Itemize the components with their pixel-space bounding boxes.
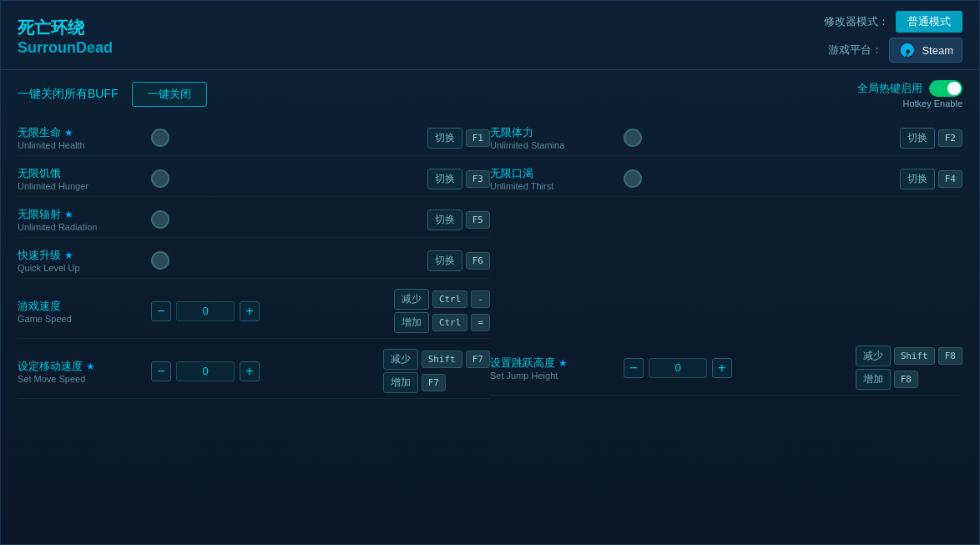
key-tag-hunger: F3 <box>466 170 490 188</box>
jump-key-increase: 增加 F8 <box>856 369 962 390</box>
right-column: 无限体力 Unlimited Stamina 切换 F2 无限口渴 Unlimi… <box>490 120 962 534</box>
feature-en-level: Quick Level Up <box>18 263 143 273</box>
platform-label: 游戏平台： <box>828 43 882 58</box>
movespeed-increase-btn[interactable]: + <box>240 361 260 381</box>
toggle-stamina[interactable] <box>624 129 642 147</box>
key-action-thirst[interactable]: 切换 <box>900 169 935 189</box>
jump-input[interactable] <box>649 358 707 378</box>
feature-unlimited-thirst: 无限口渴 Unlimited Thirst 切换 F4 <box>490 161 962 197</box>
movespeed-input[interactable] <box>176 361 235 381</box>
toggle-level[interactable] <box>151 251 169 270</box>
speed-input[interactable] <box>176 301 235 321</box>
star-icon-jump: ★ <box>558 357 568 369</box>
jump-decrease-btn[interactable]: − <box>624 358 644 378</box>
speed-eq-tag: = <box>471 314 490 331</box>
feature-zh-speed: 游戏速度 <box>18 299 143 314</box>
movespeed-key-increase: 增加 F7 <box>383 372 490 393</box>
key-tag-health: F1 <box>466 129 490 147</box>
feature-zh-jump: 设置跳跃高度 ★ <box>490 356 615 371</box>
feature-en-hunger: Unlimited Hunger <box>18 181 143 191</box>
key-tag-radiation: F5 <box>466 211 490 229</box>
feature-jump-height: 设置跳跃高度 ★ Set Jump Height − + 减少 Shift F <box>490 341 962 396</box>
key-tag-level: F6 <box>466 252 490 270</box>
main-content: 一键关闭所有BUFF 一键关闭 全局热键启用 Hotkey Enable <box>1 70 979 544</box>
jump-f8d-tag: F8 <box>938 347 962 365</box>
keybind-stamina: 切换 F2 <box>900 128 962 149</box>
feature-unlimited-stamina: 无限体力 Unlimited Stamina 切换 F2 <box>490 120 962 156</box>
movespeed-decrease-key-btn[interactable]: 减少 <box>383 349 418 370</box>
keybind-hunger: 切换 F3 <box>427 169 490 189</box>
feature-label-speed: 游戏速度 Game Speed <box>18 299 143 324</box>
jump-key-decrease: 减少 Shift F8 <box>856 346 962 366</box>
keybind-radiation: 切换 F5 <box>427 209 490 230</box>
star-icon-health: ★ <box>64 127 73 139</box>
feature-unlimited-radiation: 无限辐射 ★ Unlimited Radiation 切换 F5 <box>18 202 490 238</box>
toggle-hunger[interactable] <box>151 169 169 188</box>
speed-decrease-btn[interactable]: − <box>151 301 171 321</box>
hotkey-block: 全局热键启用 Hotkey Enable <box>857 80 962 108</box>
feature-quick-level: 快速升级 ★ Quick Level Up 切换 F6 <box>18 243 490 279</box>
feature-zh-thirst: 无限口渴 <box>490 166 615 181</box>
key-action-hunger[interactable]: 切换 <box>427 169 462 189</box>
feature-zh-radiation: 无限辐射 ★ <box>18 207 143 222</box>
key-action-radiation[interactable]: 切换 <box>427 209 462 230</box>
speed-ctrl-tag2: Ctrl <box>432 314 468 331</box>
movespeed-decrease-btn[interactable]: − <box>151 361 171 381</box>
key-action-stamina[interactable]: 切换 <box>900 128 935 149</box>
number-control-movespeed: − + <box>151 361 260 381</box>
feature-label-hunger: 无限饥饿 Unlimited Hunger <box>18 166 143 191</box>
hotkey-en: Hotkey Enable <box>902 98 962 108</box>
feature-label-thirst: 无限口渴 Unlimited Thirst <box>490 166 615 191</box>
mode-row: 修改器模式： 普通模式 <box>824 11 962 33</box>
steam-button[interactable]: Steam <box>889 38 962 63</box>
title-zh: 死亡环绕 <box>18 17 113 39</box>
speed-increase-btn[interactable]: + <box>240 301 260 321</box>
feature-en-movespeed: Set Move Speed <box>18 374 143 384</box>
one-key-label: 一键关闭所有BUFF <box>18 87 119 102</box>
keybind-level: 切换 F6 <box>427 250 490 271</box>
movespeed-increase-key-btn[interactable]: 增加 <box>383 372 418 393</box>
header-right: 修改器模式： 普通模式 游戏平台： Steam <box>824 11 962 63</box>
steam-icon <box>898 41 917 59</box>
feature-en-jump: Set Jump Height <box>490 371 615 381</box>
speed-key-decrease: 减少 Ctrl - <box>394 289 490 310</box>
feature-move-speed: 设定移动速度 ★ Set Move Speed − + 减少 Shift F7 <box>18 344 490 399</box>
jump-increase-key-btn[interactable]: 增加 <box>856 369 891 390</box>
jump-shift-tag: Shift <box>894 347 935 365</box>
feature-en-speed: Game Speed <box>18 314 143 324</box>
speed-minus-tag: - <box>471 290 490 308</box>
feature-en-thirst: Unlimited Thirst <box>490 181 615 191</box>
speed-decrease-key-btn[interactable]: 减少 <box>394 289 429 310</box>
one-key-button[interactable]: 一键关闭 <box>132 82 207 107</box>
feature-label-movespeed: 设定移动速度 ★ Set Move Speed <box>18 359 143 384</box>
star-icon-level: ★ <box>64 250 73 261</box>
jump-decrease-key-btn[interactable]: 减少 <box>856 346 891 366</box>
keybind-speed: 减少 Ctrl - 增加 Ctrl = <box>394 289 490 333</box>
key-action-level[interactable]: 切换 <box>427 250 462 271</box>
movespeed-shift-tag: Shift <box>422 351 462 368</box>
feature-zh-hunger: 无限饥饿 <box>18 166 143 181</box>
feature-en-health: Unlimited Health <box>18 140 143 150</box>
movespeed-f7d-tag: F7 <box>466 351 490 368</box>
svg-point-1 <box>907 50 909 53</box>
star-icon-radiation: ★ <box>64 209 73 220</box>
jump-increase-btn[interactable]: + <box>712 358 732 378</box>
speed-ctrl-tag: Ctrl <box>432 290 468 308</box>
keybind-jump: 减少 Shift F8 增加 F8 <box>856 346 962 390</box>
toggle-thirst[interactable] <box>624 169 642 188</box>
key-tag-stamina: F2 <box>938 129 962 147</box>
key-action-health[interactable]: 切换 <box>427 128 462 149</box>
toggle-health[interactable] <box>151 129 169 147</box>
movespeed-key-decrease: 减少 Shift F7 <box>383 349 490 370</box>
keybind-movespeed: 减少 Shift F7 增加 F7 <box>383 349 490 393</box>
hotkey-toggle[interactable] <box>929 80 962 97</box>
left-column: 无限生命 ★ Unlimited Health 切换 F1 无限饥饿 Unlim… <box>18 120 490 534</box>
toggle-slider <box>929 80 962 97</box>
feature-label-jump: 设置跳跃高度 ★ Set Jump Height <box>490 356 615 381</box>
app-container: 死亡环绕 SurrounDead 修改器模式： 普通模式 游戏平台： Steam <box>0 0 980 545</box>
toggle-radiation[interactable] <box>151 210 169 229</box>
speed-increase-key-btn[interactable]: 增加 <box>394 312 429 333</box>
mode-button[interactable]: 普通模式 <box>896 11 962 33</box>
number-control-speed: − + <box>151 301 260 321</box>
movespeed-f7i-tag: F7 <box>422 374 446 391</box>
